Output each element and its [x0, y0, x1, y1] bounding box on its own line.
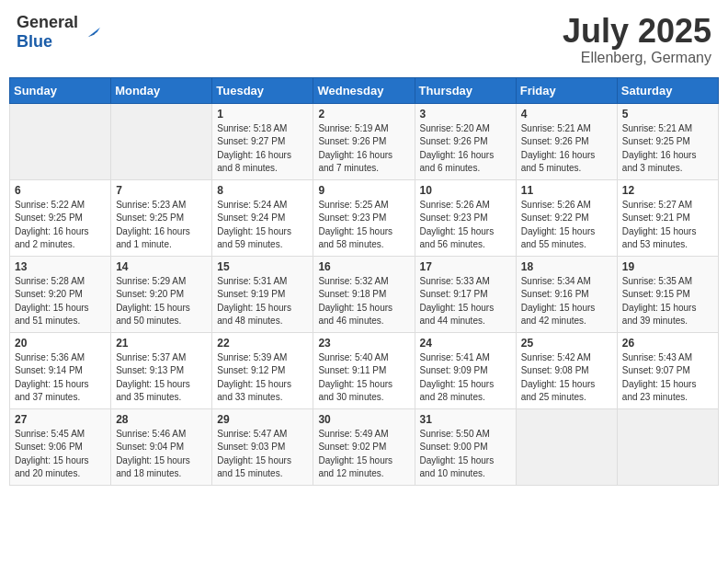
weekday-header-thursday: Thursday [415, 77, 516, 103]
calendar-table: SundayMondayTuesdayWednesdayThursdayFrid… [9, 77, 719, 486]
day-number: 2 [318, 108, 409, 121]
svg-marker-0 [88, 28, 100, 38]
day-number: 5 [622, 108, 713, 121]
calendar-week-2: 6Sunrise: 5:22 AM Sunset: 9:25 PM Daylig… [10, 179, 719, 256]
day-number: 24 [420, 337, 511, 350]
calendar-cell: 7Sunrise: 5:23 AM Sunset: 9:25 PM Daylig… [111, 179, 212, 256]
calendar-cell [617, 408, 718, 485]
day-info: Sunrise: 5:40 AM Sunset: 9:11 PM Dayligh… [318, 351, 409, 405]
calendar-cell: 17Sunrise: 5:33 AM Sunset: 9:17 PM Dayli… [415, 256, 516, 332]
logo-text: General Blue [17, 13, 78, 52]
day-info: Sunrise: 5:35 AM Sunset: 9:15 PM Dayligh… [622, 275, 713, 328]
day-info: Sunrise: 5:29 AM Sunset: 9:20 PM Dayligh… [116, 275, 207, 328]
weekday-header-sunday: Sunday [10, 77, 111, 103]
calendar-cell: 9Sunrise: 5:25 AM Sunset: 9:23 PM Daylig… [313, 179, 415, 256]
calendar-cell: 12Sunrise: 5:27 AM Sunset: 9:21 PM Dayli… [617, 179, 718, 256]
weekday-header-saturday: Saturday [617, 77, 718, 103]
day-number: 13 [15, 260, 106, 273]
calendar-cell: 30Sunrise: 5:49 AM Sunset: 9:02 PM Dayli… [313, 408, 415, 485]
calendar-cell [111, 103, 212, 179]
day-info: Sunrise: 5:21 AM Sunset: 9:26 PM Dayligh… [521, 122, 612, 176]
day-number: 12 [622, 184, 713, 197]
calendar-cell [10, 103, 111, 179]
calendar-cell: 4Sunrise: 5:21 AM Sunset: 9:26 PM Daylig… [516, 103, 617, 179]
calendar-cell [516, 408, 617, 485]
logo-blue: Blue [17, 32, 52, 51]
calendar-cell: 8Sunrise: 5:24 AM Sunset: 9:24 PM Daylig… [212, 179, 313, 256]
day-number: 1 [217, 108, 308, 121]
day-number: 22 [217, 337, 308, 350]
day-number: 15 [217, 260, 308, 273]
weekday-header-tuesday: Tuesday [212, 77, 313, 103]
day-info: Sunrise: 5:50 AM Sunset: 9:00 PM Dayligh… [420, 428, 511, 481]
calendar-location: Ellenberg, Germany [563, 50, 711, 66]
logo-icon [82, 23, 100, 41]
day-info: Sunrise: 5:28 AM Sunset: 9:20 PM Dayligh… [15, 275, 106, 328]
day-info: Sunrise: 5:21 AM Sunset: 9:25 PM Dayligh… [622, 122, 713, 176]
weekday-header-monday: Monday [111, 77, 212, 103]
calendar-week-4: 20Sunrise: 5:36 AM Sunset: 9:14 PM Dayli… [10, 332, 719, 408]
calendar-cell: 16Sunrise: 5:32 AM Sunset: 9:18 PM Dayli… [313, 256, 415, 332]
day-info: Sunrise: 5:18 AM Sunset: 9:27 PM Dayligh… [217, 122, 308, 176]
day-info: Sunrise: 5:26 AM Sunset: 9:23 PM Dayligh… [420, 199, 511, 252]
calendar-cell: 11Sunrise: 5:26 AM Sunset: 9:22 PM Dayli… [516, 179, 617, 256]
calendar-cell: 15Sunrise: 5:31 AM Sunset: 9:19 PM Dayli… [212, 256, 313, 332]
day-number: 28 [116, 413, 207, 426]
weekday-header-wednesday: Wednesday [313, 77, 415, 103]
calendar-cell: 6Sunrise: 5:22 AM Sunset: 9:25 PM Daylig… [10, 179, 111, 256]
day-info: Sunrise: 5:47 AM Sunset: 9:03 PM Dayligh… [217, 428, 308, 481]
calendar-cell: 21Sunrise: 5:37 AM Sunset: 9:13 PM Dayli… [111, 332, 212, 408]
day-info: Sunrise: 5:23 AM Sunset: 9:25 PM Dayligh… [116, 199, 207, 252]
day-number: 27 [15, 413, 106, 426]
day-info: Sunrise: 5:33 AM Sunset: 9:17 PM Dayligh… [420, 275, 511, 328]
day-info: Sunrise: 5:41 AM Sunset: 9:09 PM Dayligh… [420, 351, 511, 405]
calendar-cell: 1Sunrise: 5:18 AM Sunset: 9:27 PM Daylig… [212, 103, 313, 179]
calendar-week-3: 13Sunrise: 5:28 AM Sunset: 9:20 PM Dayli… [10, 256, 719, 332]
day-number: 10 [420, 184, 511, 197]
day-number: 30 [318, 413, 409, 426]
day-number: 6 [15, 184, 106, 197]
calendar-week-1: 1Sunrise: 5:18 AM Sunset: 9:27 PM Daylig… [10, 103, 719, 179]
day-info: Sunrise: 5:19 AM Sunset: 9:26 PM Dayligh… [318, 122, 409, 176]
calendar-cell: 20Sunrise: 5:36 AM Sunset: 9:14 PM Dayli… [10, 332, 111, 408]
day-number: 8 [217, 184, 308, 197]
day-info: Sunrise: 5:45 AM Sunset: 9:06 PM Dayligh… [15, 428, 106, 481]
calendar-cell: 24Sunrise: 5:41 AM Sunset: 9:09 PM Dayli… [415, 332, 516, 408]
day-info: Sunrise: 5:46 AM Sunset: 9:04 PM Dayligh… [116, 428, 207, 481]
day-number: 20 [15, 337, 106, 350]
calendar-cell: 10Sunrise: 5:26 AM Sunset: 9:23 PM Dayli… [415, 179, 516, 256]
page-header: General Blue July 2025 Ellenberg, German… [9, 9, 719, 70]
calendar-cell: 2Sunrise: 5:19 AM Sunset: 9:26 PM Daylig… [313, 103, 415, 179]
calendar-title: July 2025 [563, 13, 711, 50]
calendar-cell: 14Sunrise: 5:29 AM Sunset: 9:20 PM Dayli… [111, 256, 212, 332]
weekday-header-row: SundayMondayTuesdayWednesdayThursdayFrid… [10, 77, 719, 103]
calendar-cell: 23Sunrise: 5:40 AM Sunset: 9:11 PM Dayli… [313, 332, 415, 408]
day-number: 11 [521, 184, 612, 197]
day-info: Sunrise: 5:49 AM Sunset: 9:02 PM Dayligh… [318, 428, 409, 481]
calendar-cell: 31Sunrise: 5:50 AM Sunset: 9:00 PM Dayli… [415, 408, 516, 485]
day-number: 3 [420, 108, 511, 121]
day-number: 26 [622, 337, 713, 350]
day-number: 9 [318, 184, 409, 197]
day-number: 29 [217, 413, 308, 426]
day-info: Sunrise: 5:32 AM Sunset: 9:18 PM Dayligh… [318, 275, 409, 328]
day-number: 23 [318, 337, 409, 350]
day-number: 16 [318, 260, 409, 273]
day-number: 7 [116, 184, 207, 197]
calendar-cell: 26Sunrise: 5:43 AM Sunset: 9:07 PM Dayli… [617, 332, 718, 408]
calendar-cell: 13Sunrise: 5:28 AM Sunset: 9:20 PM Dayli… [10, 256, 111, 332]
title-block: July 2025 Ellenberg, Germany [563, 13, 711, 66]
calendar-cell: 27Sunrise: 5:45 AM Sunset: 9:06 PM Dayli… [10, 408, 111, 485]
calendar-cell: 5Sunrise: 5:21 AM Sunset: 9:25 PM Daylig… [617, 103, 718, 179]
day-info: Sunrise: 5:43 AM Sunset: 9:07 PM Dayligh… [622, 351, 713, 405]
day-number: 21 [116, 337, 207, 350]
logo: General Blue [17, 13, 100, 52]
logo-general: General [17, 13, 78, 31]
day-info: Sunrise: 5:39 AM Sunset: 9:12 PM Dayligh… [217, 351, 308, 405]
calendar-cell: 3Sunrise: 5:20 AM Sunset: 9:26 PM Daylig… [415, 103, 516, 179]
calendar-cell: 29Sunrise: 5:47 AM Sunset: 9:03 PM Dayli… [212, 408, 313, 485]
day-info: Sunrise: 5:31 AM Sunset: 9:19 PM Dayligh… [217, 275, 308, 328]
day-number: 17 [420, 260, 511, 273]
day-info: Sunrise: 5:25 AM Sunset: 9:23 PM Dayligh… [318, 199, 409, 252]
calendar-cell: 18Sunrise: 5:34 AM Sunset: 9:16 PM Dayli… [516, 256, 617, 332]
